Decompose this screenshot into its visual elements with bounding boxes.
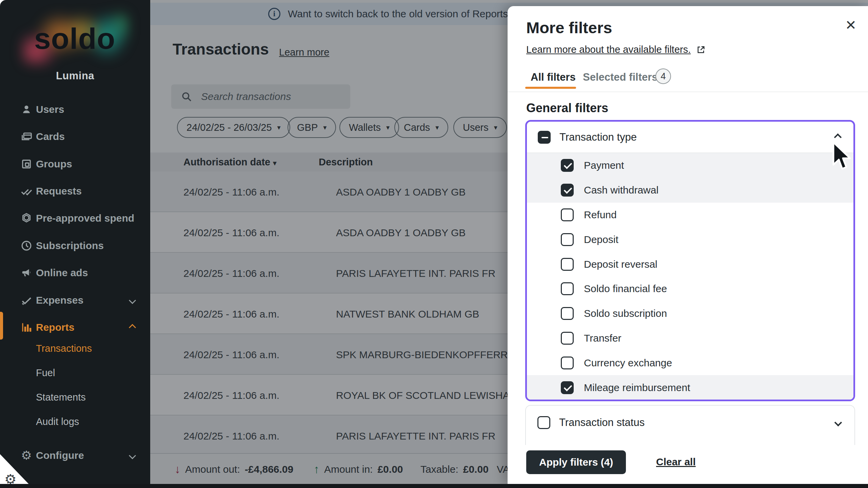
close-icon[interactable]: ✕ [845,18,856,32]
checkbox[interactable] [561,184,574,197]
option-soldo-subscription[interactable]: Soldo subscription [527,301,853,326]
checkbox[interactable] [561,159,574,172]
soldo-logo: soldo [23,13,126,64]
apply-filters-button[interactable]: Apply filters (4) [526,450,626,474]
checkbox[interactable] [561,357,574,369]
chevron-down-icon[interactable] [834,419,842,427]
selected-filters-count-badge: 4 [655,68,671,84]
option-deposit-reversal[interactable]: Deposit reversal [527,252,853,277]
option-refund[interactable]: Refund [527,203,853,227]
bottom-strip [0,484,868,488]
option-transfer[interactable]: Transfer [527,326,853,351]
sidebar-item-fuel[interactable]: Fuel [36,367,55,379]
chevron-down-icon [129,452,136,459]
groups-icon [20,157,33,171]
tab-selected-filters[interactable]: Selected filters [583,71,658,83]
sidebar: soldo Lumina Users Cards [0,0,150,488]
option-cash-withdrawal[interactable]: Cash withdrawal [527,178,853,203]
sidebar-item-groups[interactable]: Groups [0,154,150,175]
sidebar-item-expenses[interactable]: Expenses [0,290,150,311]
org-name: Lumina [0,70,150,82]
sidebar-item-subscriptions[interactable]: Subscriptions [0,235,150,256]
sidebar-item-pre-approved-spend[interactable]: Pre-approved spend [0,208,150,229]
option-deposit[interactable]: Deposit [527,227,853,252]
transaction-type-filter-card: Transaction type Payment Cash withdrawal… [525,120,855,401]
tabs-divider [508,92,868,92]
sidebar-item-transactions[interactable]: Transactions [36,343,92,354]
checkbox[interactable] [561,258,574,271]
double-check-icon [20,184,33,198]
option-currency-exchange[interactable]: Currency exchange [527,350,853,375]
checkbox[interactable] [561,282,574,295]
clock-icon [20,239,33,252]
sidebar-item-cards[interactable]: Cards [0,126,150,147]
transaction-type-header[interactable]: Transaction type [527,122,853,153]
bar-chart-icon [20,321,33,334]
filters-learn-more-link[interactable]: Learn more about the available filters. [526,44,706,55]
clear-all-link[interactable]: Clear all [656,456,696,468]
panel-footer: Apply filters (4) Clear all [508,445,868,484]
sidebar-item-users[interactable]: Users [0,99,150,120]
hexagon-icon [20,211,33,225]
chevron-down-icon [129,297,136,304]
general-filters-heading: General filters [526,101,608,115]
sidebar-item-online-ads[interactable]: Online ads [0,262,150,283]
checkbox[interactable] [561,307,574,320]
transaction-status-filter-card[interactable]: Transaction status [525,405,855,449]
chevron-up-icon[interactable] [834,133,842,141]
option-soldo-financial-fee[interactable]: Soldo financial fee [527,277,853,301]
tab-all-filters[interactable]: All filters [531,71,576,83]
card-icon [20,130,33,143]
transaction-status-checkbox[interactable] [537,416,550,429]
external-link-icon [696,45,706,55]
sidebar-item-audit-logs[interactable]: Audit logs [36,416,79,427]
checkbox[interactable] [561,233,574,246]
check-icon [20,293,33,307]
sidebar-item-requests[interactable]: Requests [0,181,150,202]
chevron-up-icon [129,324,136,331]
sidebar-item-reports[interactable]: Reports [0,317,150,338]
sidebar-item-statements[interactable]: Statements [36,392,86,403]
checkbox[interactable] [561,332,574,345]
sidebar-item-configure[interactable]: ⚙ Configure [0,445,150,466]
more-filters-panel: ✕ More filters Learn more about the avai… [508,6,868,484]
option-payment[interactable]: Payment [527,153,853,178]
checkbox[interactable] [561,381,574,394]
checkbox[interactable] [561,208,574,221]
user-icon [20,103,33,116]
megaphone-icon [20,266,33,280]
gear-icon: ⚙ [20,449,33,462]
panel-title: More filters [526,18,612,37]
option-mileage-reimbursement[interactable]: Mileage reimbursement [527,375,853,400]
transaction-type-checkbox[interactable] [538,131,551,144]
active-tab-underline [525,87,576,89]
app-root: i Want to switch back to the old version… [0,0,868,488]
